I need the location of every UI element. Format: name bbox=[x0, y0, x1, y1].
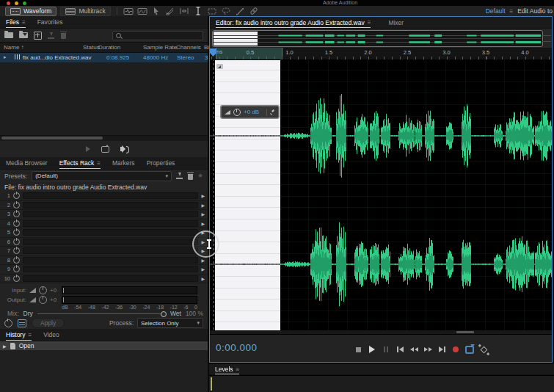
rewind-button[interactable] bbox=[409, 345, 418, 354]
workspace-menu-icon[interactable]: ≡ bbox=[510, 8, 514, 15]
workspace-more-label[interactable]: Edit Audio to bbox=[517, 7, 553, 15]
clip-menu-icon[interactable] bbox=[216, 64, 223, 69]
slot-menu-arrow-icon[interactable]: ▶ bbox=[201, 258, 205, 263]
overview-zoom-range[interactable] bbox=[212, 30, 543, 47]
time-selection-tool[interactable] bbox=[193, 7, 203, 15]
column-header-sample-rate[interactable]: Sample Rate bbox=[143, 44, 177, 51]
slot-effect-well[interactable] bbox=[23, 220, 198, 227]
slot-effect-well[interactable] bbox=[23, 192, 198, 199]
effect-slot-10[interactable]: 10▶ bbox=[0, 275, 208, 284]
slot-menu-arrow-icon[interactable]: ▶ bbox=[201, 276, 205, 281]
panel-menu-icon[interactable]: ≡ bbox=[97, 160, 101, 167]
input-gain-knob[interactable] bbox=[39, 286, 47, 294]
workspace-selector[interactable]: Default bbox=[486, 7, 506, 15]
tab-files[interactable]: Files≡ bbox=[6, 16, 26, 28]
panel-menu-icon[interactable]: ≡ bbox=[368, 19, 371, 26]
slip-tool[interactable] bbox=[179, 7, 189, 15]
scrollbar-thumb[interactable] bbox=[1, 137, 103, 139]
multitrack-mode-button[interactable]: Multitrack bbox=[60, 7, 110, 16]
spot-healing-brush-tool[interactable] bbox=[249, 7, 259, 15]
show-spectral-display[interactable] bbox=[137, 7, 147, 15]
output-gain-knob[interactable] bbox=[39, 296, 47, 304]
apply-button[interactable]: Apply bbox=[32, 318, 65, 328]
slot-effect-well[interactable] bbox=[23, 257, 198, 264]
mix-slider[interactable] bbox=[37, 313, 166, 314]
paintbrush-selection-tool[interactable] bbox=[235, 7, 245, 15]
skip-to-next-button[interactable] bbox=[437, 345, 446, 354]
slot-power-icon[interactable] bbox=[13, 257, 20, 264]
waveform-mode-button[interactable]: Waveform bbox=[5, 7, 57, 16]
column-header-name[interactable]: Name ↑ bbox=[4, 44, 24, 51]
file-row[interactable]: ▸ fix aud...dio Extracted.wav 0:08.925 4… bbox=[0, 53, 208, 62]
import-file-icon[interactable] bbox=[19, 32, 28, 38]
effect-slot-4[interactable]: 4▶ bbox=[0, 219, 208, 229]
files-horizontal-scrollbar[interactable] bbox=[0, 135, 208, 141]
effect-slot-6[interactable]: 6▶ bbox=[0, 238, 208, 247]
loop-playback-button[interactable] bbox=[465, 345, 474, 354]
slot-power-icon[interactable] bbox=[13, 247, 20, 254]
slot-effect-well[interactable] bbox=[23, 202, 198, 208]
delete-preset-icon[interactable] bbox=[188, 174, 193, 180]
files-column-headers[interactable]: Name ↑StatusDurationSample RateChannelsB… bbox=[0, 42, 208, 53]
tab-effects-rack[interactable]: Effects Rack≡ bbox=[59, 157, 101, 169]
effect-slot-8[interactable]: 8▶ bbox=[0, 256, 208, 266]
slot-power-icon[interactable] bbox=[13, 229, 20, 236]
slot-effect-well[interactable] bbox=[23, 266, 198, 272]
effect-slot-5[interactable]: 5▶ bbox=[0, 228, 208, 238]
stop-button[interactable] bbox=[354, 345, 362, 354]
slot-menu-arrow-icon[interactable]: ▶ bbox=[201, 221, 205, 226]
waveform-scrollbar-thumb[interactable] bbox=[456, 331, 474, 333]
window-zoom-button[interactable] bbox=[23, 1, 26, 5]
slot-menu-arrow-icon[interactable]: ▶ bbox=[201, 193, 205, 198]
column-header-channels[interactable]: Channels bbox=[176, 44, 201, 51]
tab-history[interactable]: History≡ bbox=[6, 329, 32, 341]
effect-slot-3[interactable]: 3▶ bbox=[0, 210, 208, 219]
column-header-duration[interactable]: Duration bbox=[98, 44, 120, 51]
tab-mixer[interactable]: Mixer bbox=[388, 17, 404, 28]
new-file-icon[interactable] bbox=[34, 32, 42, 40]
pause-button[interactable] bbox=[382, 345, 390, 354]
slot-effect-well[interactable] bbox=[23, 239, 198, 245]
show-waveform-editor[interactable] bbox=[123, 7, 134, 15]
row-expander-icon[interactable]: ▸ bbox=[4, 54, 7, 60]
tab-media-browser[interactable]: Media Browser bbox=[6, 157, 48, 169]
panel-menu-icon[interactable]: ≡ bbox=[22, 19, 26, 26]
volume-hud[interactable]: +0 dB bbox=[221, 106, 279, 118]
tab-editor[interactable]: Editor: fix audio intro outro grade Audi… bbox=[216, 17, 371, 28]
waveform-canvas[interactable] bbox=[210, 60, 552, 334]
timeline-ruler[interactable]: hms 0.51.01.52.02.53.03.54.0 bbox=[210, 48, 552, 60]
preview-autoplay-icon[interactable] bbox=[120, 147, 123, 151]
hud-gain-knob[interactable] bbox=[233, 109, 241, 116]
search-input[interactable] bbox=[123, 32, 200, 39]
files-list-body[interactable] bbox=[0, 62, 208, 135]
waveform-overview-strip[interactable] bbox=[210, 29, 552, 48]
slot-effect-well[interactable] bbox=[23, 275, 198, 282]
effect-slot-1[interactable]: 1▶ bbox=[0, 192, 208, 201]
slot-power-icon[interactable] bbox=[13, 220, 20, 227]
slot-power-icon[interactable] bbox=[13, 239, 20, 245]
slot-effect-well[interactable] bbox=[23, 247, 198, 254]
effect-slot-9[interactable]: 9▶ bbox=[0, 265, 208, 275]
slot-menu-arrow-icon[interactable]: ▶ bbox=[201, 266, 205, 272]
preview-play-icon[interactable] bbox=[86, 146, 90, 152]
preset-dropdown[interactable]: (Default) ▾ bbox=[32, 171, 172, 181]
slot-power-icon[interactable] bbox=[13, 275, 20, 282]
mix-slider-handle[interactable] bbox=[161, 311, 167, 317]
save-file-icon[interactable] bbox=[48, 32, 55, 39]
effect-slot-2[interactable]: 2▶ bbox=[0, 201, 208, 211]
save-preset-icon[interactable] bbox=[176, 173, 183, 179]
move-tool[interactable] bbox=[151, 7, 161, 15]
slot-power-icon[interactable] bbox=[13, 202, 20, 208]
preview-loop-icon[interactable] bbox=[101, 146, 109, 153]
column-header-status[interactable]: Status bbox=[83, 44, 100, 51]
tab-favorites[interactable]: Favorites bbox=[37, 16, 63, 28]
search-box[interactable] bbox=[112, 31, 203, 40]
hud-pin-icon[interactable] bbox=[270, 109, 275, 115]
tab-properties[interactable]: Properties bbox=[147, 157, 175, 169]
slot-power-icon[interactable] bbox=[13, 266, 20, 272]
slot-power-icon[interactable] bbox=[13, 192, 20, 199]
skip-to-previous-button[interactable] bbox=[396, 345, 404, 354]
tab-levels[interactable]: Levels ≡ bbox=[215, 364, 239, 374]
skip-to-selection-button[interactable] bbox=[479, 345, 488, 354]
window-minimize-button[interactable] bbox=[15, 1, 18, 5]
